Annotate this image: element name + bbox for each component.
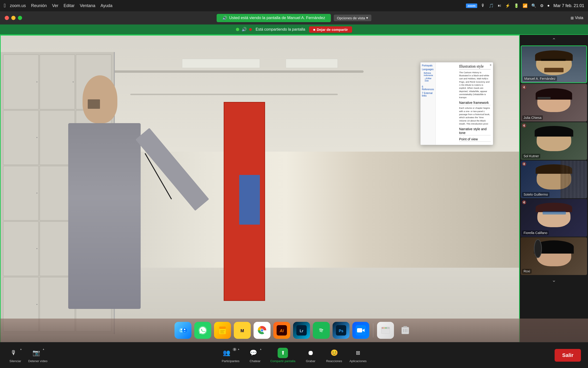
participants-button[interactable]: 👥 9 ▲ Participantes (221, 348, 240, 363)
dock-photoshop-icon[interactable]: Ps (333, 322, 350, 339)
stop-icon: ■ (313, 28, 316, 32)
dock-whatsapp-icon[interactable] (194, 322, 211, 339)
dock-lightroom-icon[interactable]: Lr (293, 322, 310, 339)
mute-icon-julia: 🔇 (522, 85, 526, 89)
record-icon: ⏺ (306, 348, 316, 358)
wikipedia-popup: × Portrayals Languages Bahasa Indonesia … (420, 62, 493, 145)
svg-rect-23 (357, 328, 362, 332)
participant-tile-fiorella: 🔇 Fiorella Califano (521, 199, 587, 237)
reactions-button[interactable]: 😊 Reacciones (326, 348, 342, 363)
view-options-button[interactable]: Opciones de vista ▾ (334, 15, 371, 21)
app-name[interactable]: zoom.us (10, 3, 26, 8)
toolbar-left: 🎙 ▲ Silenciar 📷 ▲ Detener vídeo (7, 348, 47, 363)
dock-spotify-icon[interactable] (313, 322, 330, 339)
scroll-up-button[interactable]: ⌃ (521, 36, 587, 45)
search-icon[interactable]: 🔍 (531, 3, 536, 8)
share-icon: ⬆ (278, 348, 288, 358)
wiki-spacer (422, 83, 434, 85)
dock-illustrator-icon[interactable]: Ai (273, 322, 290, 339)
stop-share-button[interactable]: ■ Dejar de compartir (309, 26, 352, 33)
menu-editar[interactable]: Editar (63, 3, 75, 8)
stop-dot (249, 28, 252, 31)
svg-point-3 (184, 329, 185, 330)
apps-button[interactable]: ⊞ Aplicaciones (350, 348, 367, 363)
wiki-nav-references[interactable]: 6 References (422, 85, 434, 91)
apps-label: Aplicaciones (350, 359, 367, 363)
wiki-edit-link[interactable]: ¿Editar este (425, 77, 434, 82)
stop-share-label: Dejar de compartir (317, 28, 348, 32)
mic-button[interactable]: 🎙 ▲ Silenciar (7, 348, 24, 363)
share-screen-button[interactable]: ⬆ Compartir pantalla (270, 348, 295, 363)
mute-icon-sol: 🔇 (522, 124, 526, 127)
wiki-layout: Portrayals Languages Bahasa Indonesia ¿E… (421, 62, 493, 145)
dock-notes-icon[interactable] (214, 322, 231, 339)
chat-caret[interactable]: ▲ (259, 348, 262, 350)
main-area: ✓ (0, 35, 588, 368)
record-button[interactable]: ⏺ Grabar (302, 348, 319, 363)
svg-point-27 (384, 328, 385, 328)
hair-fiorella (535, 203, 572, 212)
wiki-nav-bahasa[interactable]: Bahasa Indonesia (424, 72, 434, 76)
participant-tile-sotelo: 🔇 Sotelo Guillermo (521, 161, 587, 198)
apple-menu[interactable]:  (4, 3, 6, 9)
video-button[interactable]: 📷 ▲ Detener vídeo (28, 348, 47, 363)
svg-rect-7 (220, 330, 225, 331)
bluetooth-icon: ⚡ (505, 3, 510, 8)
dock-trash-icon[interactable] (397, 322, 414, 339)
dock-finder-icon[interactable] (175, 322, 192, 339)
share-banner: 🔊 Usted está viendo la pantalla de Manue… (217, 14, 331, 22)
dock-chrome-icon[interactable] (254, 322, 271, 339)
wiki-nav-external[interactable]: 7 External links (422, 92, 434, 97)
menu-reunion[interactable]: Reunión (31, 3, 47, 8)
view-panel-toggle[interactable]: ⊞ Vista (570, 16, 583, 20)
locker-4 (3, 110, 39, 165)
dock-miro-icon[interactable]: M (234, 322, 251, 339)
scroll-down-button[interactable]: ⌄ (521, 276, 587, 285)
svg-text:Lr: Lr (300, 329, 303, 333)
traffic-lights (5, 16, 22, 20)
leave-button[interactable]: Salir (555, 349, 581, 362)
mic-caret[interactable]: ▲ (20, 348, 22, 350)
participants-caret[interactable]: ▲ (237, 348, 240, 350)
minimize-button[interactable] (11, 16, 16, 20)
wiki-text-narrative: Each volume or chapter begins with a one… (459, 106, 491, 125)
wiki-close-button[interactable]: × (490, 63, 491, 67)
fullscreen-button[interactable] (18, 16, 22, 20)
participants-icon: 👥 (221, 348, 232, 358)
menu-ayuda[interactable]: Ayuda (100, 3, 113, 8)
share-label: Compartir pantalla (270, 359, 295, 363)
mute-icon-sotelo: 🔇 (522, 162, 526, 166)
svg-rect-31 (403, 326, 407, 328)
menu-ventana[interactable]: Ventana (80, 3, 95, 8)
menubar:  zoom.us Reunión Ver Editar Ventana Ayu… (0, 0, 588, 11)
wiki-section-pov: Point of view (459, 137, 491, 142)
svg-text:Ai: Ai (280, 328, 284, 333)
share-banner-text: Usted está viendo la pantalla de Manuel … (229, 16, 325, 20)
chat-icon: 💬 (248, 348, 258, 358)
chat-button[interactable]: 💬 ▲ Chatear (247, 348, 263, 363)
pipe-2 (130, 94, 338, 95)
ceiling-light-2 (286, 59, 338, 68)
wiki-nav-languages[interactable]: Languages (422, 68, 434, 71)
menu-ver[interactable]: Ver (52, 3, 58, 8)
mic-status-icon: 🎙 (481, 3, 485, 8)
wiki-sidebar: Portrayals Languages Bahasa Indonesia ¿E… (421, 62, 436, 145)
mic-icon: 🎙 (9, 348, 19, 358)
wiki-nav-portrayals[interactable]: Portrayals (422, 64, 434, 67)
wiki-text-illustration: The Cartoon History is illustrated in a … (459, 71, 491, 99)
chat-label: Chatear (250, 359, 260, 363)
person-figure (68, 75, 141, 341)
options-label: Opciones de vista (337, 16, 365, 20)
control-center-icon[interactable]: ⚙ (540, 3, 544, 8)
notification-icon[interactable]: ● (547, 3, 550, 8)
dock-zoom-icon[interactable] (352, 322, 369, 339)
wiki-section-illustration: Illustration style (459, 64, 491, 69)
participant-name-roxi: Roxi (522, 269, 532, 274)
wifi-icon: 📶 (523, 3, 527, 8)
wiki-section-narrative: Narrative framework (459, 101, 491, 105)
dock-files-icon[interactable] (377, 322, 394, 339)
video-caret[interactable]: ▲ (42, 348, 45, 350)
screen-share-area: ✓ (0, 35, 520, 368)
close-button[interactable] (5, 16, 9, 20)
books-sotelo (561, 161, 587, 198)
